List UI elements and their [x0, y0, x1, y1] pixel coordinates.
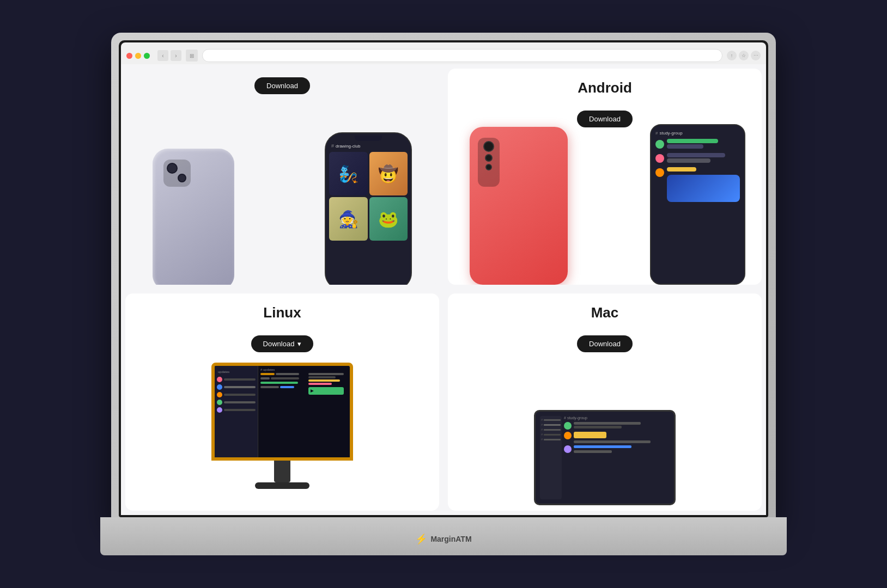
msg-bar-1b — [667, 144, 703, 149]
camera-lens-1 — [167, 163, 178, 174]
url-bar[interactable] — [202, 49, 722, 62]
laptop-bottom: ⚡ MarginATM — [100, 517, 787, 555]
android-download-button[interactable]: Download — [577, 111, 633, 127]
browser-chrome: ‹ › ⊞ ↑ ☆ ⋯ — [121, 42, 766, 64]
linux-download-label: Download — [263, 340, 295, 348]
android-panel: Android Download — [448, 69, 762, 285]
sidebar-dot-5 — [217, 407, 222, 413]
mac-sidebar-bar-2 — [544, 424, 561, 426]
monitor-title: # updates — [260, 368, 348, 371]
browser-controls: ↑ ☆ ⋯ — [727, 51, 761, 60]
maximize-button[interactable] — [144, 53, 150, 59]
android-msg-row-1 — [655, 139, 740, 149]
mac-sidebar-row-3: # — [541, 428, 561, 431]
msg-bar-2b — [667, 158, 710, 163]
monitor-inner: updates — [215, 366, 350, 457]
mac-msg-bar-1a — [574, 422, 641, 425]
code-lines-1 — [260, 373, 307, 395]
mac-sidebar-bar-5 — [544, 439, 561, 440]
iphone-front-device: # drawing-club 🧞 🤠 — [325, 132, 412, 285]
back-button[interactable]: ‹ — [157, 50, 168, 61]
mac-mockup: # # # — [534, 410, 676, 505]
mac-msg-bars-3 — [574, 445, 670, 453]
android-download-label: Download — [589, 115, 621, 123]
character-3-icon: 🧙 — [338, 210, 359, 229]
bookmark-icon[interactable]: ☆ — [739, 51, 749, 60]
mac-channel-header: # study-group — [564, 416, 670, 420]
sidebar-row-3 — [217, 392, 256, 397]
mac-msg-row-2 — [564, 432, 670, 443]
monitor-stand — [274, 461, 290, 482]
code-row-3 — [260, 382, 307, 384]
monitor-base — [255, 482, 309, 489]
code-bar-1 — [260, 373, 275, 375]
ios-download-label: Download — [266, 82, 298, 90]
download-grid: Download — [121, 64, 766, 515]
code-bar-9 — [308, 376, 336, 378]
mac-sidebar-bar-1 — [544, 419, 561, 421]
mac-sidebar-bar-4 — [544, 434, 561, 436]
character-4-icon: 🐸 — [378, 210, 398, 229]
mac-avatar-3 — [564, 445, 572, 453]
sidebar-text-5 — [224, 409, 256, 411]
android-mockup-container: # study-group — [448, 132, 762, 285]
sidebar-text-4 — [224, 401, 256, 403]
sidebar-dot-4 — [217, 400, 222, 405]
code-lines-2: ▶ — [308, 373, 348, 395]
forward-button[interactable]: › — [171, 50, 181, 61]
sidebar-row-5 — [217, 407, 256, 413]
mac-main-area: # study-group — [564, 416, 670, 499]
camera-lens-2 — [178, 174, 186, 182]
android-msg-row-2 — [655, 153, 740, 163]
traffic-lights — [126, 53, 150, 59]
mac-msg-bar-2b — [574, 440, 651, 443]
code-section-1: ▶ — [260, 373, 348, 395]
android-msg-row-3 — [655, 167, 740, 202]
android-camera-back — [478, 138, 500, 187]
linux-download-button[interactable]: Download ▾ — [251, 335, 314, 352]
channel-name-row: # drawing-club — [329, 141, 408, 150]
ios-panel: Download — [125, 69, 439, 285]
close-button[interactable] — [126, 53, 132, 59]
mac-sidebar-bar-3 — [544, 429, 561, 431]
mac-channel-name: study-group — [567, 416, 587, 420]
minimize-button[interactable] — [135, 53, 141, 59]
mac-sidebar-row-5: # — [541, 438, 561, 441]
avatar-cell-2: 🤠 — [369, 152, 408, 195]
msg-bar-3a — [667, 167, 696, 171]
sidebar-row-2 — [217, 384, 256, 390]
msg-bar-blue-block — [667, 175, 740, 202]
android-title: Android — [578, 79, 632, 96]
mac-screen-container: # # # — [448, 357, 762, 511]
code-bar-3 — [260, 377, 270, 379]
mac-download-button[interactable]: Download — [577, 335, 633, 352]
margin-logo-icon: ⚡ — [415, 533, 427, 545]
monitor-main-content: # updates — [258, 366, 350, 457]
mac-msg-bar-1b — [574, 426, 622, 428]
sidebar-text-1 — [224, 378, 256, 381]
mac-msg-row-3 — [564, 445, 670, 453]
android-msg-3 — [667, 167, 740, 202]
msg-bar-1a — [667, 139, 718, 143]
mac-msg-bar-3b — [574, 450, 612, 453]
terminal-prompt: ▶ — [308, 387, 344, 395]
iphone-back-device — [153, 149, 234, 285]
android-msg-2 — [667, 153, 740, 163]
mac-sidebar-row-1: # — [541, 418, 561, 421]
menu-icon[interactable]: ⋯ — [751, 51, 761, 60]
mac-msg-bars-1 — [574, 422, 670, 428]
mac-yellow-bar — [574, 432, 606, 438]
android-front-device: # study-group — [650, 124, 745, 285]
browser-content: Download — [121, 64, 766, 515]
app-name: MarginATM — [430, 535, 471, 543]
mac-sidebar: # # # — [540, 416, 562, 499]
ios-download-button[interactable]: Download — [254, 77, 310, 94]
android-msg-1 — [667, 139, 740, 149]
laptop: ‹ › ⊞ ↑ ☆ ⋯ Download — [100, 33, 787, 555]
tab-view-button[interactable]: ⊞ — [186, 50, 198, 62]
linux-title: Linux — [263, 304, 301, 321]
share-icon[interactable]: ↑ — [727, 51, 737, 60]
sidebar-text-3 — [224, 394, 256, 396]
mac-inner-grid: # # # — [540, 416, 670, 499]
sidebar-row-1 — [217, 377, 256, 382]
